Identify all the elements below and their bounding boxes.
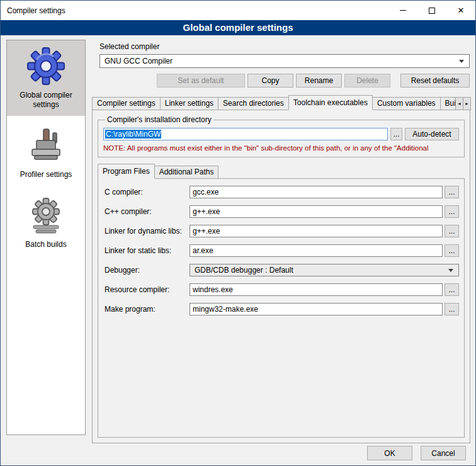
resource-compiler-browse-button[interactable]: ... — [445, 283, 459, 296]
window-title: Compiler settings — [1, 6, 65, 15]
close-icon: ✕ — [458, 6, 465, 14]
tab-program-files[interactable]: Program Files — [98, 164, 155, 179]
c-compiler-label: C compiler: — [105, 188, 190, 196]
toolchain-executables-panel: Compiler's installation directory C:\ray… — [92, 110, 470, 443]
installation-directory-group: Compiler's installation directory C:\ray… — [98, 115, 465, 157]
c-compiler-input[interactable] — [190, 186, 443, 198]
debugger-row: Debugger: GDB/CDB debugger : Default — [105, 264, 459, 276]
auto-detect-button[interactable]: Auto-detect — [405, 128, 459, 140]
ok-button[interactable]: OK — [367, 446, 412, 460]
c-compiler-row: C compiler: ... — [105, 186, 459, 198]
debugger-label: Debugger: — [105, 266, 190, 275]
resource-compiler-row: Resource compiler: ... — [105, 283, 459, 296]
make-program-input[interactable] — [190, 303, 443, 315]
resource-compiler-label: Resource compiler: — [105, 285, 190, 294]
sidebar-item-label: Profiler settings — [20, 170, 72, 179]
c-compiler-browse-button[interactable]: ... — [445, 186, 459, 198]
linker-static-input[interactable] — [190, 244, 443, 257]
program-tabs: Program Files Additional Paths — [98, 164, 465, 179]
tab-additional-paths[interactable]: Additional Paths — [154, 166, 219, 179]
resource-compiler-input[interactable] — [190, 283, 443, 296]
make-program-row: Make program: ... — [105, 303, 459, 315]
linker-static-label: Linker for static libs: — [105, 246, 190, 255]
arrow-left-icon: ◄ — [457, 101, 462, 106]
linker-static-browse-button[interactable]: ... — [445, 244, 459, 257]
delete-button[interactable]: Delete — [344, 74, 390, 88]
window-controls: ✕ — [388, 1, 475, 20]
make-program-label: Make program: — [105, 305, 190, 314]
compiler-settings-tabs: Compiler settings Linker settings Search… — [92, 95, 470, 110]
chevron-down-icon — [459, 60, 464, 63]
titlebar[interactable]: Compiler settings ✕ — [1, 1, 475, 20]
installation-directory-input[interactable]: C:\raylib\MinGW — [103, 128, 388, 140]
copy-button[interactable]: Copy — [247, 74, 293, 88]
dialog-footer: OK Cancel — [367, 446, 466, 460]
maximize-icon — [429, 8, 435, 14]
tab-build-options-truncated[interactable]: Buil — [440, 97, 456, 110]
tab-compiler-settings[interactable]: Compiler settings — [92, 97, 161, 110]
sidebar-item-label: Global compiler settings — [9, 91, 83, 110]
installation-directory-legend: Compiler's installation directory — [105, 115, 213, 124]
cpp-compiler-input[interactable] — [190, 205, 443, 218]
tab-custom-variables[interactable]: Custom variables — [372, 97, 441, 110]
minimize-button[interactable] — [388, 1, 417, 20]
minimize-icon — [400, 10, 406, 11]
cpp-compiler-label: C++ compiler: — [105, 207, 190, 216]
compiler-settings-dialog: Compiler settings ✕ Global compiler sett… — [0, 0, 476, 466]
installation-directory-row: C:\raylib\MinGW ... Auto-detect — [103, 128, 459, 140]
linker-dynamic-row: Linker for dynamic libs: ... — [105, 225, 459, 237]
tab-scroll-right-button[interactable]: ► — [463, 97, 471, 110]
selected-compiler-dropdown[interactable]: GNU GCC Compiler — [99, 54, 470, 68]
debugger-dropdown[interactable]: GDB/CDB debugger : Default — [190, 264, 459, 276]
chevron-down-icon — [448, 269, 453, 272]
reset-defaults-button[interactable]: Reset defaults — [400, 74, 470, 88]
program-files-panel: C compiler: ... C++ compiler: ... Linker… — [98, 178, 465, 438]
dialog-banner: Global compiler settings — [1, 20, 475, 35]
make-program-browse-button[interactable]: ... — [445, 303, 459, 315]
linker-dynamic-label: Linker for dynamic libs: — [105, 227, 190, 236]
linker-static-row: Linker for static libs: ... — [105, 244, 459, 257]
arrow-right-icon: ► — [465, 101, 469, 106]
bin-subdirectory-note: NOTE: All programs must exist either in … — [103, 144, 459, 152]
browse-directory-button[interactable]: ... — [390, 128, 402, 140]
sidebar-item-label: Batch builds — [25, 240, 66, 249]
selected-compiler-label: Selected compiler — [99, 42, 470, 51]
sidebar-item-global-compiler-settings[interactable]: Global compiler settings — [7, 40, 85, 116]
linker-dynamic-browse-button[interactable]: ... — [445, 225, 459, 237]
installation-directory-value: C:\raylib\MinGW — [105, 130, 161, 139]
linker-dynamic-input[interactable] — [190, 225, 443, 237]
cancel-button[interactable]: Cancel — [421, 446, 466, 460]
debugger-value: GDB/CDB debugger : Default — [195, 266, 293, 275]
cpp-compiler-browse-button[interactable]: ... — [445, 205, 459, 218]
close-button[interactable]: ✕ — [446, 1, 475, 20]
sidebar-item-batch-builds[interactable]: Batch builds — [7, 190, 85, 256]
tab-search-directories[interactable]: Search directories — [218, 97, 289, 110]
tab-linker-settings[interactable]: Linker settings — [160, 97, 218, 110]
batch-builds-icon — [26, 195, 66, 236]
set-as-default-button[interactable]: Set as default — [157, 74, 245, 88]
main-content: Selected compiler GNU GCC Compiler Set a… — [92, 40, 470, 443]
sidebar-item-profiler-settings[interactable]: Profiler settings — [7, 120, 85, 186]
gear-blue-icon — [26, 46, 66, 86]
tab-scroll-buttons: ◄ ► — [455, 97, 470, 110]
rename-button[interactable]: Rename — [296, 74, 342, 88]
cpp-compiler-row: C++ compiler: ... — [105, 205, 459, 218]
tab-toolchain-executables[interactable]: Toolchain executables — [288, 95, 373, 110]
selected-compiler-value: GNU GCC Compiler — [105, 57, 173, 65]
maximize-button[interactable] — [417, 1, 446, 20]
settings-category-list: Global compiler settings Profiler settin… — [6, 40, 86, 435]
compiler-actions: Set as default Copy Rename Delete Reset … — [92, 74, 470, 88]
profiler-icon — [26, 125, 66, 166]
